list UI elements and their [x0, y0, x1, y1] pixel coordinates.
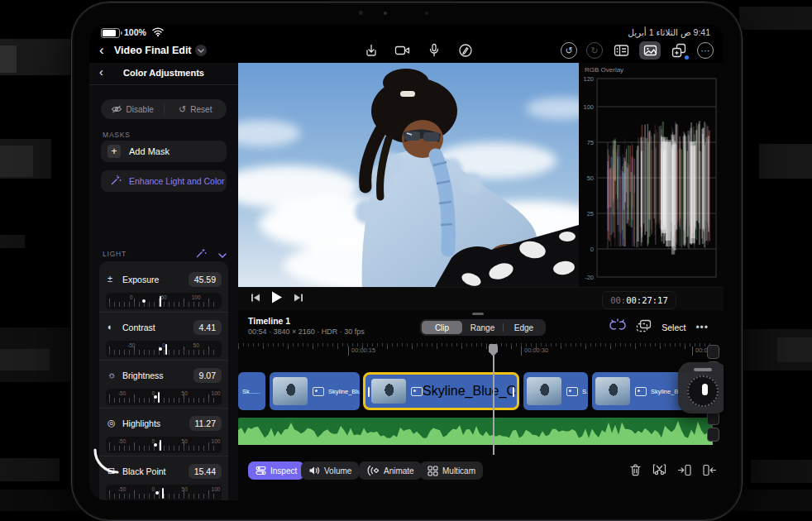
disable-button[interactable]: Disable — [101, 99, 164, 119]
light-collapse-chevron-icon[interactable] — [218, 246, 227, 261]
timeline-info: 00:54 · 3840 × 2160 · HDR · 30 fps — [248, 327, 365, 336]
speaker-icon — [308, 466, 320, 476]
clip-skyline-blue-wide[interactable]: Skyline_Blue_Wide — [270, 372, 360, 410]
color-adjustments-panel: ‹ Color Adjustments Disable ↺Reset MASKS… — [89, 63, 239, 500]
wifi-icon — [152, 27, 164, 38]
battery-percent: 100% — [124, 27, 146, 37]
clip-thumbnail — [273, 377, 308, 405]
snapping-icon[interactable] — [609, 318, 626, 336]
photo-badge-icon — [566, 387, 578, 396]
clip-skyline-partial-2[interactable]: S...... — [523, 372, 588, 410]
contrast-ruler[interactable]: -50 0 50 — [106, 341, 222, 357]
reset-button[interactable]: ↺Reset — [165, 99, 227, 119]
timeline-more-icon[interactable]: ••• — [695, 322, 709, 333]
front-camera — [359, 11, 363, 15]
light-wand-icon[interactable] — [196, 246, 207, 261]
clip-thumbnail — [527, 377, 561, 405]
split-blade-icon[interactable] — [652, 463, 667, 480]
jog-drag-handle[interactable] — [694, 368, 712, 371]
trim-handle-left[interactable] — [368, 387, 370, 397]
slider-brightness: ☼ Brightness 9.07 -50 0 50 100 — [106, 364, 222, 412]
bg-patch — [739, 7, 812, 30]
marketing-canvas: { "status": {"battery": "100%", "datetim… — [0, 0, 812, 521]
edit-mode-segmented-control: Clip Range Edge — [420, 319, 546, 336]
slider-name: Exposure — [122, 275, 159, 284]
mode-clip[interactable]: Clip — [422, 321, 462, 334]
delete-icon[interactable] — [628, 463, 642, 480]
exposure-ruler[interactable]: 0 50 100 — [106, 293, 222, 309]
app-toolbar: ‹ Video Final Edit ↺ ↻ — [89, 40, 724, 63]
slider-black-point: ⊡ Black Point 15.44 -50 0 50 100 — [106, 460, 222, 500]
effects-icon[interactable] — [670, 41, 688, 60]
project-title[interactable]: Video Final Edit — [114, 45, 192, 56]
masks-section-label: MASKS — [103, 131, 131, 139]
inspect-button[interactable]: Inspect — [248, 461, 304, 480]
enhance-light-color-button[interactable]: Enhance Light and Color — [101, 170, 227, 192]
timeline-resize-handle[interactable] — [472, 313, 484, 315]
mode-range[interactable]: Range — [462, 321, 503, 334]
video-viewer[interactable] — [238, 63, 579, 287]
redo-icon[interactable]: ↻ — [586, 42, 603, 59]
bg-patch — [0, 45, 17, 73]
title-chevron-down-icon[interactable] — [195, 45, 207, 56]
black-point-ruler[interactable]: -50 0 50 100 — [106, 485, 222, 500]
select-button[interactable]: Select — [662, 323, 685, 332]
clip-skyline-blue-close-selected[interactable]: Skyline_Blue_Close — [363, 372, 519, 410]
highlights-ruler[interactable]: -50 0 50 100 — [106, 437, 222, 453]
brightness-ruler[interactable]: -50 0 50 100 — [106, 389, 222, 405]
bg-patch — [0, 349, 50, 370]
more-icon[interactable]: ⋯ — [697, 42, 714, 59]
timeline-ruler[interactable]: 00:00:15 00:00:30 00:00:45 — [238, 343, 724, 357]
import-icon[interactable] — [362, 41, 380, 60]
clip-thumbnail — [371, 379, 406, 404]
magic-wand-icon — [111, 174, 122, 189]
scope-title: RGB Overlay — [585, 66, 623, 74]
previous-frame-icon[interactable] — [250, 292, 261, 307]
status-bar: 100% 9:41 ص الثلاثاء 1 أبريل — [89, 25, 724, 40]
default-dot — [142, 299, 146, 303]
clip-skyline-partial[interactable]: Sk...... — [238, 372, 265, 410]
status-datetime: 9:41 ص الثلاثاء 1 أبريل — [628, 27, 710, 37]
disable-reset-group: Disable ↺Reset — [101, 99, 227, 119]
slider-contrast: ◐ Contrast 4.41 -50 0 50 — [106, 316, 222, 364]
value-marker[interactable] — [160, 296, 161, 307]
timecode-display[interactable]: 00:00:27:17 — [602, 291, 676, 309]
jog-dial[interactable] — [687, 375, 719, 407]
ipad-screen: 100% 9:41 ص الثلاثاء 1 أبريل ‹ Video Fin… — [89, 25, 724, 500]
volume-button[interactable]: Volume — [301, 461, 359, 480]
undo-icon[interactable]: ↺ — [561, 42, 577, 59]
mic-dot — [425, 12, 428, 15]
slider-value[interactable]: 45.59 — [189, 272, 222, 287]
insert-icon[interactable] — [677, 463, 692, 480]
back-chevron-icon[interactable]: ‹ — [99, 41, 104, 60]
jog-wheel[interactable] — [678, 362, 724, 413]
draw-icon[interactable] — [456, 41, 475, 60]
mode-edge[interactable]: Edge — [504, 321, 544, 334]
multicam-button[interactable]: Multicam — [420, 461, 483, 480]
slider-highlights: ◎ Highlights 11.27 -50 0 50 100 — [106, 412, 222, 460]
highlights-icon: ◎ — [107, 418, 116, 428]
timeline-section: Timeline 1 00:54 · 3840 × 2160 · HDR · 3… — [238, 310, 724, 500]
light-section-header: LIGHT — [103, 246, 227, 261]
next-frame-icon[interactable] — [293, 292, 304, 307]
trim-handle-right[interactable] — [513, 387, 514, 397]
add-mask-button[interactable]: + Add Mask — [101, 141, 227, 162]
right-tool-icons: ↺ ↻ ⋯ — [561, 41, 714, 60]
animate-button[interactable]: Animate — [359, 461, 422, 480]
timeline-name[interactable]: Timeline 1 — [248, 316, 290, 326]
jog-pointer — [702, 384, 708, 395]
exposure-icon: ± — [107, 274, 112, 284]
battery-icon — [101, 28, 120, 38]
mic-icon[interactable] — [425, 41, 443, 60]
photo-badge-icon — [313, 387, 324, 396]
media-browser-icon[interactable] — [639, 41, 661, 60]
bg-patch — [0, 458, 60, 481]
camera-icon[interactable] — [394, 41, 412, 60]
browser-icon[interactable] — [612, 41, 630, 60]
play-icon[interactable] — [270, 290, 284, 308]
contrast-icon: ◐ — [107, 322, 113, 332]
append-icon[interactable] — [702, 463, 717, 480]
audio-track-waveform[interactable] — [238, 418, 713, 445]
connect-clip-icon[interactable] — [636, 319, 652, 336]
bg-patch — [0, 235, 25, 248]
